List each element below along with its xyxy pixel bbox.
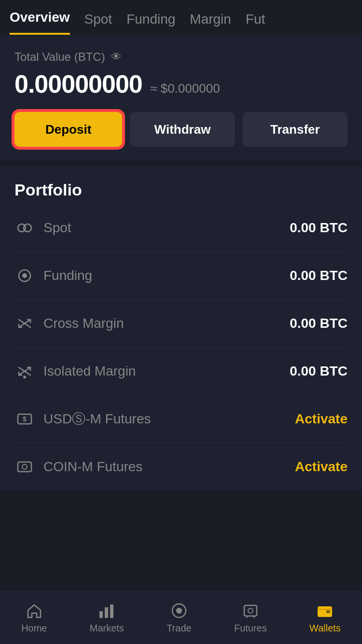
svg-point-1	[24, 224, 31, 232]
spot-icon	[14, 218, 35, 238]
usd-futures-icon: $	[14, 409, 35, 429]
svg-point-3	[22, 273, 27, 278]
spot-value: 0.00 BTC	[290, 220, 348, 236]
usd-approx: ≈ $0.000000	[150, 81, 220, 96]
futures-icon	[241, 602, 260, 620]
isolated-margin-value: 0.00 BTC	[290, 364, 348, 379]
deposit-button[interactable]: Deposit	[14, 112, 122, 147]
tab-funding[interactable]: Funding	[126, 12, 175, 35]
svg-rect-11	[18, 462, 31, 472]
header-section: Total Value (BTC) 👁 0.00000000 ≈ $0.0000…	[0, 36, 362, 160]
svg-rect-14	[105, 607, 108, 618]
spot-label: Spot	[43, 220, 71, 236]
action-buttons: Deposit Withdraw Transfer	[14, 112, 348, 147]
nav-futures-label: Futures	[234, 623, 267, 634]
btc-value: 0.00000000	[14, 70, 142, 98]
cross-margin-label: Cross Margin	[43, 316, 124, 331]
portfolio-item-spot[interactable]: Spot 0.00 BTC	[14, 204, 348, 252]
coin-futures-icon	[14, 457, 35, 477]
nav-home[interactable]: Home	[21, 602, 47, 634]
tab-spot[interactable]: Spot	[84, 12, 112, 35]
btc-value-row: 0.00000000 ≈ $0.000000	[14, 70, 348, 98]
wallets-icon	[316, 602, 334, 620]
usd-futures-value: Activate	[295, 411, 348, 427]
tab-margin[interactable]: Margin	[190, 12, 231, 35]
isolated-margin-label: Isolated Margin	[43, 364, 136, 379]
svg-point-17	[176, 608, 182, 614]
isolated-margin-icon	[14, 361, 35, 381]
portfolio-title: Portfolio	[14, 181, 348, 199]
portfolio-section: Portfolio Spot 0.00 BTC Funding 0.0	[0, 166, 362, 490]
markets-icon	[97, 602, 116, 620]
svg-rect-13	[99, 611, 103, 618]
trade-icon	[170, 602, 188, 620]
nav-futures[interactable]: Futures	[234, 602, 267, 634]
portfolio-item-usd-futures[interactable]: $ USDⓈ-M Futures Activate	[14, 395, 348, 443]
portfolio-item-funding[interactable]: Funding 0.00 BTC	[14, 252, 348, 300]
total-label-text: Total Value (BTC)	[14, 50, 105, 64]
nav-wallets[interactable]: Wallets	[309, 602, 341, 634]
home-icon	[25, 602, 43, 620]
visibility-icon[interactable]: 👁	[111, 51, 122, 63]
withdraw-button[interactable]: Withdraw	[130, 112, 235, 147]
svg-point-12	[22, 464, 27, 469]
nav-home-label: Home	[21, 623, 47, 634]
portfolio-item-isolated-margin[interactable]: Isolated Margin 0.00 BTC	[14, 348, 348, 395]
svg-rect-23	[326, 610, 330, 613]
nav-markets-label: Markets	[90, 623, 124, 634]
tab-futures[interactable]: Fut	[246, 12, 265, 35]
tab-bar: Overview Spot Funding Margin Fut	[0, 0, 362, 35]
portfolio-item-coin-futures[interactable]: COIN-M Futures Activate	[14, 443, 348, 490]
transfer-button[interactable]: Transfer	[243, 112, 348, 147]
nav-markets[interactable]: Markets	[90, 602, 124, 634]
coin-futures-label: COIN-M Futures	[43, 459, 142, 475]
nav-trade[interactable]: Trade	[167, 602, 192, 634]
cross-margin-icon	[14, 313, 35, 334]
svg-rect-15	[110, 604, 113, 618]
svg-point-8	[23, 376, 26, 378]
usd-futures-label: USDⓈ-M Futures	[43, 410, 151, 428]
cross-margin-value: 0.00 BTC	[290, 316, 348, 331]
funding-icon	[14, 266, 35, 286]
nav-trade-label: Trade	[167, 623, 192, 634]
svg-rect-18	[244, 605, 257, 616]
coin-futures-value: Activate	[295, 459, 348, 475]
tab-overview[interactable]: Overview	[10, 10, 70, 35]
svg-point-19	[248, 608, 253, 613]
bottom-nav: Home Markets Trade	[0, 591, 362, 644]
funding-label: Funding	[43, 268, 92, 283]
portfolio-item-cross-margin[interactable]: Cross Margin 0.00 BTC	[14, 300, 348, 348]
funding-value: 0.00 BTC	[290, 268, 348, 283]
total-value-label: Total Value (BTC) 👁	[14, 50, 348, 64]
svg-text:$: $	[23, 415, 27, 423]
nav-wallets-label: Wallets	[309, 623, 341, 634]
